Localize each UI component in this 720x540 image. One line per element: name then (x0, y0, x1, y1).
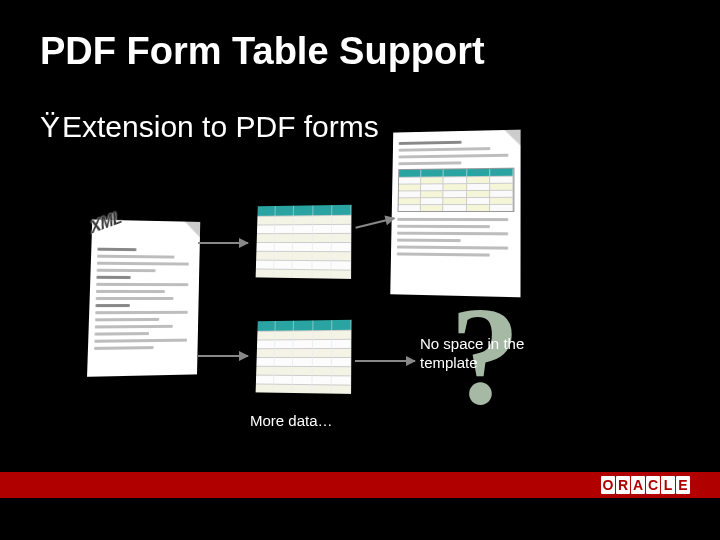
logo-letter: C (646, 476, 660, 494)
diagram-area: XML (70, 150, 630, 460)
table-card-2 (256, 320, 352, 394)
logo-letter: E (676, 476, 690, 494)
logo-letter: L (661, 476, 675, 494)
bullet-mark: Ÿ (40, 110, 60, 144)
footer-stripe: O R A C L E (0, 472, 720, 498)
more-data-caption: More data… (250, 412, 333, 431)
table-card-1 (256, 205, 352, 279)
bullet-line: ŸExtension to PDF forms (40, 110, 379, 144)
slide: PDF Form Table Support ŸExtension to PDF… (0, 0, 720, 540)
oracle-logo: O R A C L E (601, 475, 690, 495)
no-space-caption: No space in the template (420, 335, 550, 373)
xml-document (87, 220, 200, 377)
arrow-icon (355, 360, 415, 362)
logo-letter: R (616, 476, 630, 494)
slide-title: PDF Form Table Support (40, 30, 485, 73)
arrow-icon (198, 242, 248, 244)
logo-letter: O (601, 476, 615, 494)
arrow-icon (198, 355, 248, 357)
form-document (390, 130, 520, 298)
arrow-icon (355, 217, 394, 229)
footer: O R A C L E (0, 472, 720, 540)
embedded-table (398, 168, 515, 212)
page-fold-icon (185, 222, 201, 238)
logo-letter: A (631, 476, 645, 494)
bullet-text: Extension to PDF forms (62, 110, 379, 143)
